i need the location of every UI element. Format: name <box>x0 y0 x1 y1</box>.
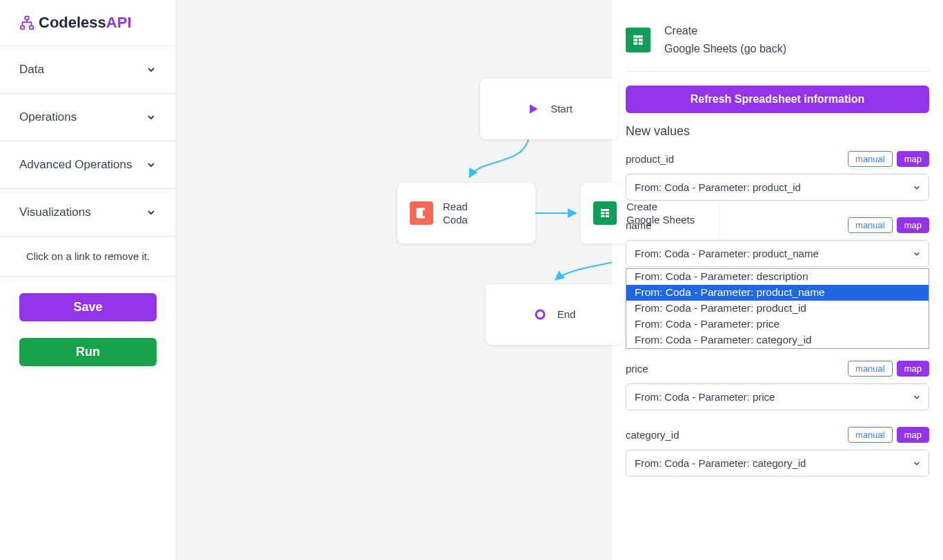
dropdown-option[interactable]: From: Coda - Parameter: product_name <box>626 285 929 301</box>
chevron-down-icon <box>146 207 157 218</box>
manual-toggle[interactable]: manual <box>848 217 893 233</box>
sidebar: CodelessAPI Data Operations Advanced Ope… <box>0 0 177 560</box>
field-name: name manual map From: Coda - Parameter: … <box>626 217 929 267</box>
map-toggle[interactable]: map <box>897 151 929 167</box>
sidebar-hint: Click on a link to remove it. <box>0 237 176 277</box>
node-label: Start <box>550 102 573 116</box>
map-toggle[interactable]: map <box>897 427 929 443</box>
svg-rect-0 <box>25 17 29 20</box>
sidebar-item-label: Advanced Operations <box>19 158 132 172</box>
manual-toggle[interactable]: manual <box>848 427 893 443</box>
node-end[interactable]: End <box>486 284 624 345</box>
manual-toggle[interactable]: manual <box>848 361 893 377</box>
node-label: Read Coda <box>443 200 468 227</box>
dropdown-option[interactable]: From: Coda - Parameter: price <box>626 317 929 332</box>
sidebar-item-label: Visualizations <box>19 206 91 219</box>
field-dropdown: From: Coda - Parameter: description From… <box>626 268 929 349</box>
dropdown-option[interactable]: From: Coda - Parameter: category_id <box>626 332 929 348</box>
svg-rect-2 <box>30 26 33 30</box>
node-label: End <box>557 308 576 321</box>
logo[interactable]: CodelessAPI <box>0 0 176 46</box>
save-button[interactable]: Save <box>19 293 157 321</box>
field-label: product_id <box>626 153 674 165</box>
sidebar-item-data[interactable]: Data <box>0 46 176 94</box>
chevron-down-icon <box>146 112 157 123</box>
coda-icon <box>410 201 433 225</box>
google-sheets-icon <box>593 201 617 225</box>
node-start[interactable]: Start <box>480 79 618 139</box>
panel-source: Google Sheets <box>664 43 737 54</box>
field-price: price manual map From: Coda - Parameter:… <box>626 361 929 410</box>
sidebar-item-visualizations[interactable]: Visualizations <box>0 189 176 237</box>
sidebar-item-advanced-operations[interactable]: Advanced Operations <box>0 141 176 189</box>
refresh-button[interactable]: Refresh Spreadsheet information <box>626 86 929 113</box>
google-sheets-icon <box>626 28 651 52</box>
field-select[interactable]: From: Coda - Parameter: price <box>626 383 929 410</box>
map-toggle[interactable]: map <box>897 217 929 233</box>
dropdown-option[interactable]: From: Coda - Parameter: description <box>626 269 929 285</box>
field-product-id: product_id manual map From: Coda - Param… <box>626 151 929 201</box>
panel-header: Create Google Sheets (go back) <box>626 14 929 72</box>
sidebar-item-label: Operations <box>19 110 77 124</box>
sidebar-item-label: Data <box>19 63 44 77</box>
circle-icon <box>534 308 546 321</box>
properties-panel: Create Google Sheets (go back) Refresh S… <box>612 0 943 560</box>
panel-title: Create <box>664 22 786 40</box>
svg-rect-1 <box>21 26 24 30</box>
sidebar-actions: Save Run <box>0 277 176 383</box>
field-category-id: category_id manual map From: Coda - Para… <box>626 427 929 477</box>
field-label: price <box>626 363 648 374</box>
sidebar-menu: Data Operations Advanced Operations Visu… <box>0 46 176 237</box>
dropdown-option[interactable]: From: Coda - Parameter: product_id <box>626 301 929 317</box>
panel-header-text: Create Google Sheets (go back) <box>664 22 786 57</box>
section-title: New values <box>626 124 929 139</box>
field-label: category_id <box>626 429 679 441</box>
flow-canvas[interactable]: Start Read Coda Create Google Sheets End <box>177 0 612 560</box>
field-select[interactable]: From: Coda - Parameter: product_name <box>626 240 929 267</box>
sidebar-item-operations[interactable]: Operations <box>0 94 176 141</box>
svg-point-3 <box>536 310 544 319</box>
chevron-down-icon <box>146 64 157 75</box>
field-select[interactable]: From: Coda - Parameter: product_id <box>626 174 929 201</box>
play-icon <box>526 102 539 116</box>
field-label: name <box>626 219 652 231</box>
map-toggle[interactable]: map <box>897 361 929 377</box>
field-select[interactable]: From: Coda - Parameter: category_id <box>626 450 929 477</box>
logo-text: CodelessAPI <box>39 14 132 32</box>
sitemap-icon <box>19 15 34 30</box>
manual-toggle[interactable]: manual <box>848 151 893 167</box>
node-read-coda[interactable]: Read Coda <box>397 183 535 243</box>
go-back-link[interactable]: (go back) <box>740 43 786 54</box>
run-button[interactable]: Run <box>19 338 157 366</box>
chevron-down-icon <box>146 159 157 170</box>
